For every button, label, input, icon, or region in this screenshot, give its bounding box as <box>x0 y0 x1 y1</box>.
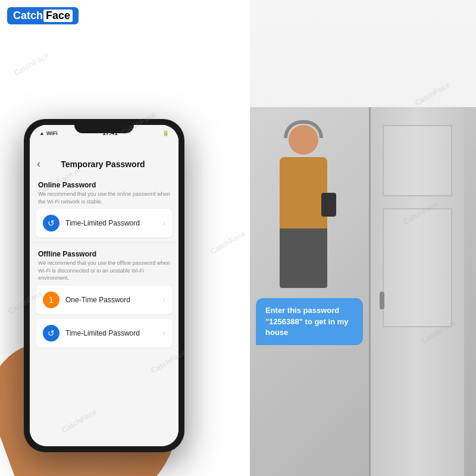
wifi-icon: WiFi <box>46 130 58 136</box>
time-limited-offline-label: Time-Limited Password <box>65 329 163 337</box>
door <box>369 107 464 476</box>
offline-section-desc: We recommend that you use the offline pa… <box>30 259 178 286</box>
online-password-section: Online Password We recommend that you us… <box>30 176 178 237</box>
time-limited-online-item[interactable]: ↺ Time-Limited Password › <box>36 209 173 237</box>
person-headphones <box>284 120 323 138</box>
online-section-label: Online Password <box>30 176 178 190</box>
time-limited-offline-arrow: › <box>163 329 165 337</box>
right-background <box>250 0 476 476</box>
one-time-arrow: › <box>163 296 165 304</box>
person-legs <box>280 228 327 288</box>
signal-icon: ▲ <box>39 130 45 136</box>
door-handle <box>380 292 384 309</box>
person-figure <box>280 125 327 288</box>
time-limited-offline-item[interactable]: ↺ Time-Limited Password › <box>36 319 173 347</box>
one-time-icon: 1 <box>43 292 60 308</box>
one-time-password-item[interactable]: 1 One-Time Password › <box>36 286 173 314</box>
time-limited-online-label: Time-Limited Password <box>65 219 163 227</box>
section-divider <box>30 242 178 243</box>
logo: CatchFace <box>7 7 79 24</box>
offline-password-section: Offline Password We recommend that you u… <box>30 245 178 347</box>
door-panel-top <box>383 125 452 196</box>
logo-catch-text: Catch <box>13 10 43 22</box>
time-limited-online-arrow: › <box>163 219 165 227</box>
one-time-label: One-Time Password <box>65 296 163 304</box>
phone-device: ▲ WiFi 17:41 🔋 ‹ Temporary Password Onli… <box>24 119 184 452</box>
offline-section-label: Offline Password <box>30 245 178 259</box>
app-header: ‹ Temporary Password <box>30 139 178 176</box>
person-phone-prop <box>321 193 336 217</box>
time-limited-offline-icon: ↺ <box>43 325 60 342</box>
app-title: Temporary Password <box>45 159 161 169</box>
person-area <box>250 107 476 476</box>
status-left: ▲ WiFi <box>39 130 58 136</box>
logo-face-text: Face <box>43 10 73 22</box>
back-button[interactable]: ‹ <box>37 158 40 170</box>
online-section-desc: We recommend that you use the online pas… <box>30 190 178 209</box>
time-limited-online-icon: ↺ <box>43 215 60 231</box>
watermark-1: CatchFace <box>12 51 51 78</box>
app-screen: ‹ Temporary Password Online Password We … <box>30 139 178 446</box>
phone-wrapper: ▲ WiFi 17:41 🔋 ‹ Temporary Password Onli… <box>0 119 238 476</box>
phone-notch <box>74 119 134 133</box>
chat-bubble: Enter this password "1256388" to get in … <box>256 298 363 345</box>
status-right: 🔋 <box>162 130 169 136</box>
person-body <box>280 157 327 228</box>
phone-screen: ▲ WiFi 17:41 🔋 ‹ Temporary Password Onli… <box>30 125 178 446</box>
battery-icon: 🔋 <box>162 130 169 136</box>
person-head <box>289 125 318 155</box>
door-panel-bottom <box>383 208 452 327</box>
